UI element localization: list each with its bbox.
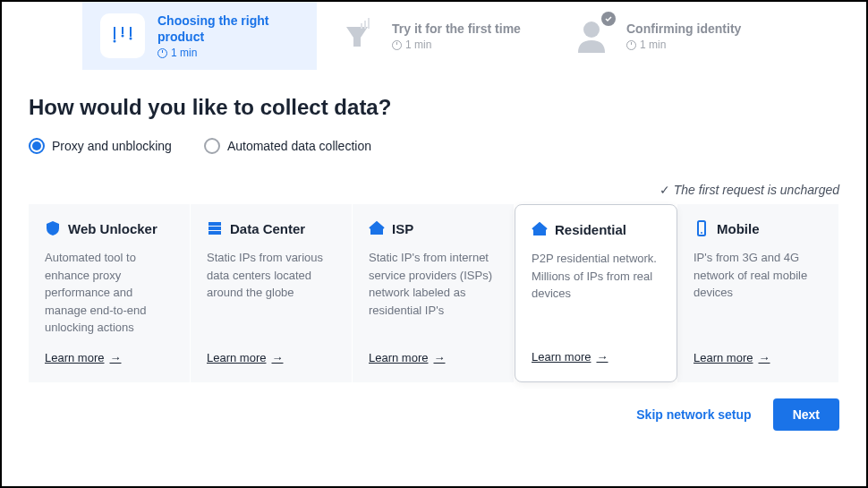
svg-point-9	[583, 21, 600, 38]
svg-point-14	[701, 232, 702, 234]
card-desc: Automated tool to enhance proxy performa…	[45, 249, 174, 337]
radio-proxy-unblocking[interactable]: Proxy and unblocking	[29, 138, 172, 154]
house-icon	[369, 220, 385, 236]
clock-icon	[157, 48, 167, 58]
step-icon-funnel	[335, 13, 379, 58]
product-cards: Web Unlocker Automated tool to enhance p…	[29, 204, 839, 382]
step-time: 1 min	[392, 39, 521, 51]
svg-rect-8	[368, 18, 370, 29]
card-isp[interactable]: ISP Static IP's from internet service pr…	[353, 204, 515, 382]
svg-point-5	[130, 38, 132, 40]
svg-rect-6	[361, 23, 362, 29]
house-icon	[532, 221, 548, 237]
shield-icon	[45, 220, 61, 236]
footer-actions: Skip network setup Next	[2, 382, 866, 447]
svg-rect-11	[208, 227, 221, 230]
steps-bar: Choosing the right product 1 min Try it …	[2, 2, 866, 70]
mobile-icon	[694, 220, 710, 236]
svg-point-1	[114, 40, 116, 43]
svg-rect-2	[122, 27, 123, 34]
card-title: ISP	[392, 221, 413, 236]
step-time: 1 min	[626, 39, 741, 51]
card-desc: IP's from 3G and 4G network of real mobi…	[694, 249, 822, 337]
step-title: Try it for the first time	[392, 21, 521, 37]
card-mobile[interactable]: Mobile IP's from 3G and 4G network of re…	[677, 204, 839, 382]
step-title: Confirming identity	[626, 21, 741, 37]
next-button[interactable]: Next	[773, 398, 839, 431]
svg-rect-7	[364, 21, 366, 29]
radio-label: Proxy and unblocking	[52, 139, 172, 153]
step-title: Choosing the right product	[157, 13, 299, 45]
uncharged-note: The first request is uncharged	[29, 183, 839, 197]
radio-automated-collection[interactable]: Automated data collection	[204, 138, 371, 154]
card-title: Mobile	[717, 221, 760, 236]
learn-more-link[interactable]: Learn more	[532, 350, 660, 364]
server-icon	[207, 220, 223, 236]
card-desc: Static IP's from internet service provid…	[369, 249, 498, 337]
card-data-center[interactable]: Data Center Static IPs from various data…	[191, 204, 353, 382]
clock-icon	[626, 40, 636, 50]
card-desc: Static IPs from various data centers loc…	[207, 249, 336, 337]
radio-label: Automated data collection	[227, 139, 371, 153]
learn-more-link[interactable]: Learn more	[369, 351, 498, 364]
svg-rect-12	[208, 231, 221, 235]
page-heading: How would you like to collect data?	[29, 95, 839, 120]
step-icon-avatar	[569, 13, 614, 58]
clock-icon	[392, 40, 402, 50]
learn-more-link[interactable]: Learn more	[207, 351, 336, 364]
skip-network-setup-link[interactable]: Skip network setup	[636, 407, 751, 422]
card-title: Residential	[555, 222, 626, 237]
svg-point-3	[122, 35, 124, 38]
card-web-unlocker[interactable]: Web Unlocker Automated tool to enhance p…	[29, 204, 191, 382]
card-title: Data Center	[230, 221, 305, 236]
learn-more-link[interactable]: Learn more	[45, 351, 174, 364]
step-confirming-identity[interactable]: Confirming identity 1 min	[551, 2, 786, 70]
step-try-first-time[interactable]: Try it for the first time 1 min	[317, 2, 551, 70]
step-choosing-product[interactable]: Choosing the right product 1 min	[82, 2, 317, 70]
card-residential[interactable]: Residential P2P residential network. Mil…	[515, 204, 677, 382]
card-desc: P2P residential network. Millions of IPs…	[532, 250, 660, 336]
svg-rect-10	[208, 222, 221, 226]
svg-rect-4	[130, 27, 132, 37]
learn-more-link[interactable]: Learn more	[694, 351, 822, 364]
svg-rect-0	[114, 27, 115, 39]
radio-group: Proxy and unblocking Automated data coll…	[29, 138, 839, 154]
step-icon-chart	[100, 13, 145, 58]
radio-circle-icon	[29, 138, 45, 154]
step-time: 1 min	[157, 47, 299, 59]
main-content: How would you like to collect data? Prox…	[2, 70, 866, 382]
radio-circle-icon	[204, 138, 220, 154]
card-title: Web Unlocker	[68, 221, 157, 236]
